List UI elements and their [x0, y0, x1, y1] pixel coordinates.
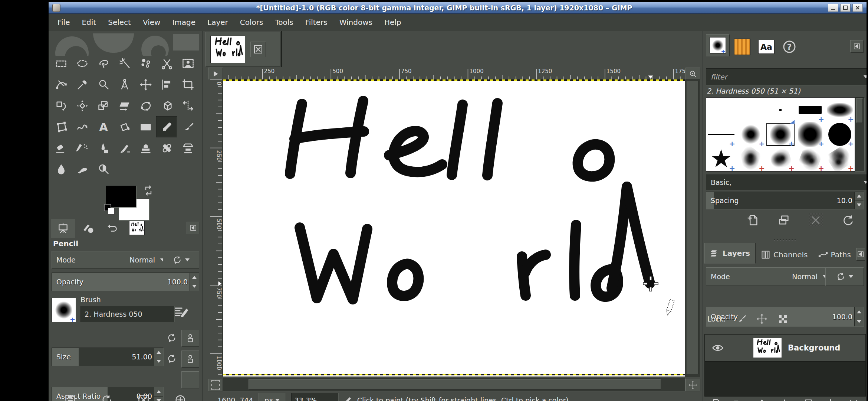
reset-tool-button[interactable]	[174, 394, 187, 401]
brush-item-specks-1[interactable]	[706, 171, 736, 172]
tool-crop[interactable]	[177, 74, 198, 95]
brush-filter-input[interactable]: filter	[706, 68, 867, 85]
quick-mask-toggle[interactable]	[208, 379, 223, 391]
canvas-viewport[interactable]	[223, 79, 685, 376]
tool-paths[interactable]	[50, 74, 72, 95]
tool-text[interactable]: A	[93, 116, 114, 137]
brush-item-soft-large[interactable]: +	[795, 122, 825, 147]
lower-layer-button[interactable]	[779, 398, 790, 401]
brush-item-soft-small[interactable]: +	[736, 122, 766, 147]
brush-item-pixel[interactable]	[766, 98, 795, 122]
delete-preset-button[interactable]	[137, 394, 150, 401]
brush-preview[interactable]: +	[52, 298, 76, 322]
brush-item-star[interactable]: ★+	[706, 147, 736, 171]
brush-scrollbar-thumb[interactable]	[856, 98, 863, 123]
tool-free-select[interactable]	[93, 53, 114, 74]
opacity-spinner[interactable]	[190, 273, 199, 291]
navigation-preview-button[interactable]	[685, 379, 700, 391]
collapse-dock-button[interactable]	[850, 40, 864, 53]
brush-item-specks-3[interactable]	[766, 171, 795, 172]
tool-ellipse-select[interactable]	[72, 53, 93, 74]
brush-item-splatter-1[interactable]: +	[736, 147, 766, 171]
tool-smudge[interactable]	[72, 159, 93, 180]
brush-item-specks-2[interactable]	[736, 171, 766, 172]
tool-foreground-select[interactable]	[177, 53, 198, 74]
delete-layer-button[interactable]	[848, 398, 859, 401]
brush-item-block[interactable]: +	[795, 98, 825, 122]
edit-brush-button[interactable]	[715, 214, 728, 226]
tool-move[interactable]	[135, 74, 156, 95]
menu-select[interactable]: Select	[102, 15, 137, 29]
menu-image[interactable]: Image	[166, 15, 201, 29]
tool-fuzzy-select[interactable]	[114, 53, 135, 74]
new-group-button[interactable]	[733, 398, 744, 401]
brush-item-soft-ellipse[interactable]: +	[825, 98, 855, 122]
menu-view[interactable]: View	[137, 15, 166, 29]
brush-item-line[interactable]: +	[706, 122, 736, 147]
brush-grid-scrollbar[interactable]	[855, 97, 865, 172]
tool-paintbrush[interactable]	[177, 116, 198, 137]
brush-item-empty[interactable]	[706, 98, 736, 122]
aspect-dynamics-link-button[interactable]	[181, 351, 199, 368]
tool-ink[interactable]	[93, 137, 114, 159]
duplicate-brush-button[interactable]	[777, 214, 790, 226]
tool-cage-transform[interactable]	[50, 116, 72, 137]
size-dynamics-link-button[interactable]	[181, 330, 199, 347]
tab-image-thumbnail[interactable]	[125, 219, 149, 237]
delete-brush-button[interactable]	[809, 213, 823, 227]
close-tab-button[interactable]	[250, 42, 266, 57]
restore-preset-button[interactable]	[101, 394, 113, 401]
canvas-menu-button[interactable]	[208, 68, 223, 80]
horizontal-ruler[interactable]: 2505007501000125015001750	[223, 68, 685, 80]
maximize-button[interactable]	[840, 4, 851, 12]
brush-item-splatter-3[interactable]: +	[795, 147, 825, 171]
mode-select[interactable]: Mode Normal	[52, 251, 170, 269]
duplicate-layer-button[interactable]	[802, 398, 813, 401]
tool-bucket-fill[interactable]	[114, 116, 135, 137]
tool-zoom[interactable]	[93, 74, 114, 95]
tool-unified-transform[interactable]	[72, 95, 93, 116]
layer-mode-switch-button[interactable]	[825, 267, 864, 286]
brush-item-solid-round[interactable]: +	[825, 122, 855, 147]
reset-aspect-button[interactable]	[167, 353, 177, 364]
tool-3d-transform[interactable]	[156, 95, 177, 116]
tool-align[interactable]	[156, 74, 177, 95]
image-tab[interactable]	[206, 32, 280, 67]
raise-layer-button[interactable]	[756, 398, 767, 401]
brush-item-specks-5[interactable]	[825, 171, 855, 172]
lock-position-toggle[interactable]	[756, 313, 767, 325]
collapse-dock-button[interactable]	[187, 222, 200, 234]
tool-eraser[interactable]	[50, 137, 72, 159]
horizontal-scrollbar-thumb[interactable]	[249, 379, 661, 389]
swap-colors-icon[interactable]	[143, 185, 154, 196]
layer-mode-select[interactable]: Mode Normal	[706, 267, 832, 286]
layer-row-background[interactable]: Background	[705, 335, 865, 362]
unit-select[interactable]: px	[259, 393, 286, 401]
tool-scale[interactable]	[93, 95, 114, 116]
lock-alpha-toggle[interactable]	[777, 313, 788, 325]
vertical-scrollbar[interactable]	[685, 79, 700, 377]
lock-pixels-toggle[interactable]	[736, 313, 747, 325]
tool-pencil[interactable]	[156, 116, 177, 137]
tab-fonts[interactable]: Aa	[755, 37, 778, 56]
menu-edit[interactable]: Edit	[76, 15, 102, 29]
brush-item-specks-4[interactable]	[795, 171, 825, 172]
tool-clone[interactable]	[135, 137, 156, 159]
tool-shear[interactable]	[114, 95, 135, 116]
menu-layer[interactable]: Layer	[201, 15, 234, 29]
tool-select-by-color[interactable]	[135, 53, 156, 74]
tool-gradient[interactable]	[135, 116, 156, 137]
tab-patterns[interactable]	[731, 37, 754, 56]
menu-colors[interactable]: Colors	[234, 15, 269, 29]
brush-item-soft-medium[interactable]: +	[766, 122, 795, 147]
size-slider[interactable]: Size 51.00	[52, 348, 164, 366]
vertical-scrollbar-thumb[interactable]	[687, 81, 698, 374]
tab-tool-options[interactable]	[51, 219, 75, 238]
layer-opacity-spinner[interactable]	[854, 307, 864, 326]
reset-size-button[interactable]	[167, 333, 177, 343]
brush-group-select[interactable]: Basic,	[706, 175, 867, 190]
tool-heal[interactable]	[156, 137, 177, 159]
tool-color-picker[interactable]	[72, 74, 93, 95]
tool-dodge-burn[interactable]	[93, 159, 114, 180]
tool-rotate[interactable]	[50, 95, 72, 116]
